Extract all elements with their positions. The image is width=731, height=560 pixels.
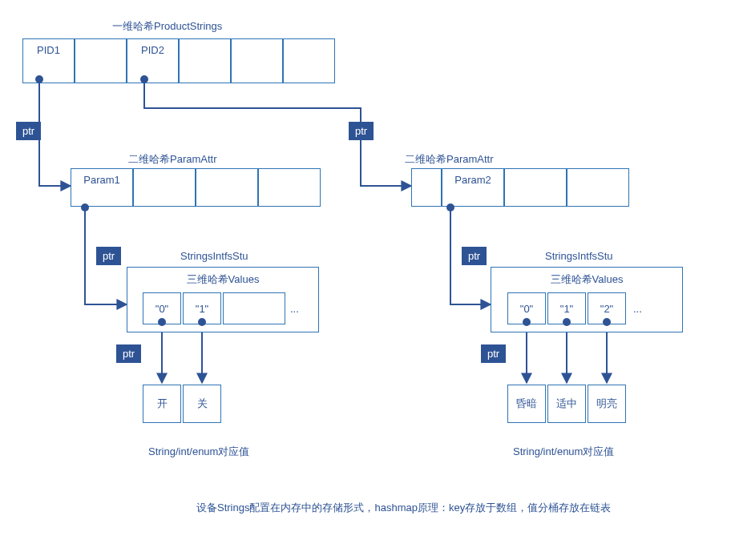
pid2-dot xyxy=(140,75,148,83)
right-param-cell-0: Param2 xyxy=(442,168,504,207)
right-result-1: 适中 xyxy=(547,385,586,423)
pid-cell-3 xyxy=(179,38,231,83)
ptr-badge-6: ptr xyxy=(481,344,506,363)
left-value-cell-3: ... xyxy=(290,303,299,315)
pid1-dot xyxy=(35,75,43,83)
right-footer: String/int/enum对应值 xyxy=(513,445,614,459)
left-param-cell-2 xyxy=(196,168,258,207)
left-value-cell-2 xyxy=(223,292,285,324)
pid-cell-4 xyxy=(231,38,283,83)
right-level2-title: 二维哈希ParamAttr xyxy=(405,152,494,167)
right-values-title: 三维哈希Values xyxy=(491,272,682,287)
pid-cell-2: PID2 xyxy=(127,38,179,83)
right-v2-dot xyxy=(603,318,611,326)
right-result-0: 昏暗 xyxy=(507,385,546,423)
left-level2-title: 二维哈希ParamAttr xyxy=(128,152,217,167)
left-param-cell-3 xyxy=(258,168,321,207)
left-param-dot xyxy=(81,203,89,212)
left-v0-dot xyxy=(158,318,166,326)
ptr-badge-3: ptr xyxy=(96,247,121,265)
ptr-badge-2: ptr xyxy=(349,122,374,140)
pid-cell-1 xyxy=(75,38,127,83)
left-param-cell-1 xyxy=(133,168,196,207)
right-param-cell-1 xyxy=(504,168,567,207)
left-strings-title: StringsIntfsStu xyxy=(180,250,248,262)
right-result-2: 明亮 xyxy=(588,385,626,423)
left-result-1: 关 xyxy=(183,385,221,423)
left-param-cell-0: Param1 xyxy=(71,168,133,207)
right-param-cell-2 xyxy=(567,168,629,207)
right-v0-dot xyxy=(523,318,531,326)
ptr-badge-1: ptr xyxy=(16,122,41,140)
right-value-cell-3: ... xyxy=(633,303,642,315)
left-v1-dot xyxy=(198,318,206,326)
pid-cell-0: PID1 xyxy=(22,38,75,83)
right-param-dot xyxy=(446,203,454,212)
right-strings-title: StringsIntfsStu xyxy=(545,250,613,262)
level1-title: 一维哈希ProductStrings xyxy=(112,19,222,34)
left-values-title: 三维哈希Values xyxy=(127,272,318,287)
ptr-badge-5: ptr xyxy=(462,247,487,265)
left-result-0: 开 xyxy=(143,385,181,423)
bottom-caption: 设备Strings配置在内存中的存储形式，hashmap原理：key存放于数组，… xyxy=(196,501,611,515)
left-footer: String/int/enum对应值 xyxy=(148,445,249,459)
pid-cell-5 xyxy=(283,38,335,83)
ptr-badge-4: ptr xyxy=(116,344,141,363)
right-param-cell-pre xyxy=(411,168,442,207)
right-v1-dot xyxy=(563,318,571,326)
